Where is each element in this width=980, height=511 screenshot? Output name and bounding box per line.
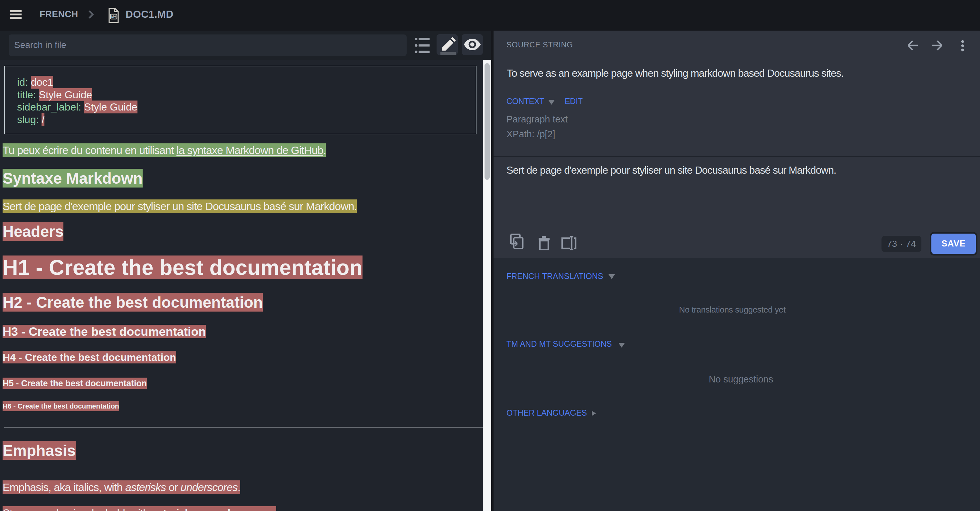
svg-text:M: M	[111, 15, 114, 19]
